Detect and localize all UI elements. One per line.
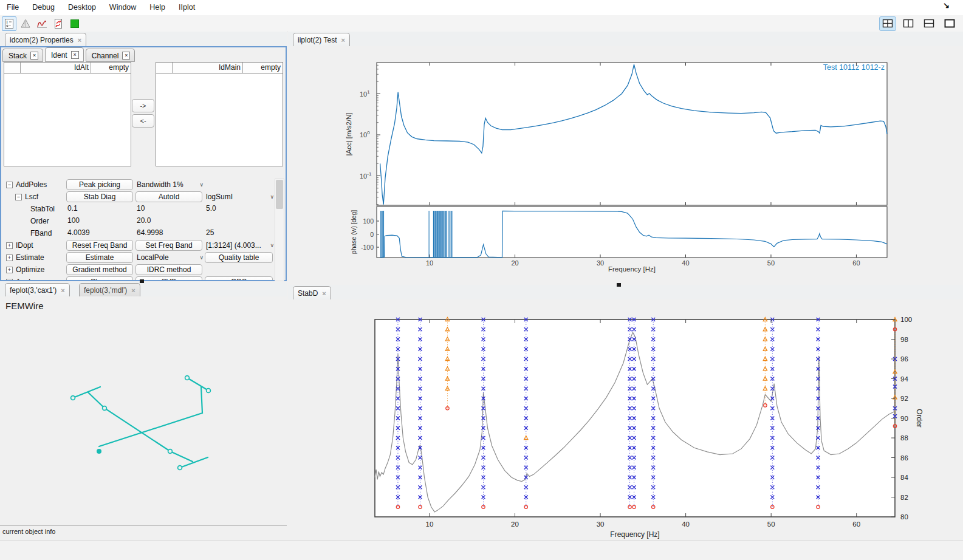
- header-blank: [4, 63, 21, 73]
- splitter-handle[interactable]: [617, 283, 621, 287]
- value-cell[interactable]: 100: [66, 216, 134, 225]
- close-icon[interactable]: ×: [78, 36, 81, 44]
- menu-file[interactable]: File: [0, 0, 26, 15]
- stab-diag-button[interactable]: Stab Diag: [66, 191, 133, 202]
- chevron-down-icon: ∨: [270, 242, 274, 248]
- close-icon[interactable]: ×: [71, 51, 79, 59]
- subtab-stack[interactable]: Stack×: [2, 49, 43, 62]
- collapse-icon[interactable]: −: [15, 194, 22, 200]
- value-cell[interactable]: 25: [205, 228, 274, 237]
- stabilization-diagram[interactable]: 10203040506080828486889092949698100Frequ…: [288, 299, 963, 541]
- idmain-table[interactable]: IdMain empty: [156, 62, 283, 166]
- tree-label: +IDopt: [2, 239, 69, 251]
- dock-arrow-icon[interactable]: ↘: [943, 1, 950, 10]
- expand-icon[interactable]: +: [6, 254, 13, 261]
- expand-icon[interactable]: +: [6, 267, 13, 273]
- subtab-ident[interactable]: Ident×: [45, 47, 84, 62]
- tab-iiplot-test[interactable]: iiplot(2) Test ×: [293, 33, 350, 46]
- autoid-button[interactable]: AutoId: [135, 191, 202, 202]
- green-square-icon[interactable]: [67, 16, 82, 31]
- tab-title: iiplot(2) Test: [298, 36, 337, 44]
- refresh-doc-icon[interactable]: [51, 16, 66, 31]
- menu-desktop[interactable]: Desktop: [61, 0, 103, 15]
- svg-text:60: 60: [852, 521, 860, 528]
- close-icon[interactable]: ×: [322, 290, 326, 297]
- svg-text:Frequency [Hz]: Frequency [Hz]: [610, 530, 659, 539]
- menu-help[interactable]: Help: [143, 0, 172, 15]
- menu-debug[interactable]: Debug: [26, 0, 61, 15]
- svg-text:84: 84: [900, 474, 908, 481]
- set-freq-band-button[interactable]: Set Freq Band: [135, 240, 202, 251]
- value-cell[interactable]: 5.0: [205, 204, 274, 213]
- close-icon[interactable]: ×: [61, 287, 64, 294]
- layout-grid-icon[interactable]: [879, 16, 896, 31]
- layout-single-icon[interactable]: [941, 16, 958, 31]
- close-icon[interactable]: ×: [341, 36, 344, 44]
- fem-wireframe[interactable]: [0, 296, 287, 541]
- tree-label-text: Lscf: [25, 193, 38, 201]
- estimate-button[interactable]: Estimate: [66, 252, 133, 263]
- header-empty: empty: [243, 63, 283, 73]
- value-cell[interactable]: 0.1: [66, 204, 134, 213]
- frf-plot[interactable]: 10203040506010110010-11000-100Frequency …: [288, 46, 963, 285]
- dropdown-value: logSumI: [206, 193, 233, 201]
- svg-text:80: 80: [900, 513, 908, 521]
- show-button[interactable]: Show: [66, 276, 133, 280]
- value-cell[interactable]: 10: [135, 204, 204, 213]
- svg-text:100: 100: [900, 316, 912, 323]
- ods-button[interactable]: ODS: [205, 276, 273, 280]
- expand-icon[interactable]: +: [6, 279, 13, 281]
- peak-picking-button[interactable]: Peak picking: [66, 179, 133, 190]
- iiplot-curve-icon[interactable]: [35, 16, 49, 31]
- menu-window[interactable]: Window: [103, 0, 143, 15]
- dropdown[interactable]: LocalPole∨: [135, 252, 205, 263]
- dropdown[interactable]: [1:3124] (4.003...∨: [205, 240, 275, 251]
- close-icon[interactable]: ×: [122, 52, 130, 60]
- idalt-table[interactable]: IdAlt empty: [4, 62, 131, 166]
- gradient-method-button[interactable]: Gradient method: [66, 264, 133, 275]
- close-icon[interactable]: ×: [131, 287, 135, 294]
- tab-stabd[interactable]: StabD ×: [293, 286, 331, 299]
- tree-row-optimize: +OptimizeGradient methodIDRC method: [2, 264, 275, 276]
- close-icon[interactable]: ×: [30, 52, 38, 60]
- tree-scrollbar[interactable]: [275, 179, 284, 281]
- splitter-handle[interactable]: [140, 279, 144, 283]
- value-cell[interactable]: 20.0: [135, 216, 204, 225]
- scrollbar-thumb[interactable]: [276, 180, 283, 209]
- svg-text:94: 94: [900, 375, 908, 383]
- collapse-icon[interactable]: −: [6, 182, 13, 188]
- idrc-method-button[interactable]: IDRC method: [135, 264, 202, 275]
- feplot-tabbar: feplot(3,'cax1')×feplot(3,'mdl')×: [0, 282, 287, 297]
- reset-freq-band-button[interactable]: Reset Freq Band: [66, 240, 133, 251]
- move-left-button[interactable]: <-: [132, 114, 154, 128]
- tab-feplot-1[interactable]: feplot(3,'mdl')×: [79, 283, 140, 296]
- value-cell[interactable]: 64.9998: [135, 228, 204, 237]
- stabd-panel: StabD × 10203040506080828486889092949698…: [288, 285, 963, 541]
- expand-icon[interactable]: +: [6, 242, 13, 249]
- svg-text:20: 20: [511, 521, 519, 528]
- subtab-channel[interactable]: Channel×: [86, 49, 135, 62]
- move-right-button[interactable]: ->: [132, 99, 154, 112]
- layout-hsplit-icon[interactable]: [920, 16, 937, 31]
- svg-text:92: 92: [900, 395, 908, 402]
- stabd-tabbar: StabD ×: [288, 285, 963, 300]
- tree-row-idopt: +IDoptReset Freq BandSet Freq Band[1:312…: [2, 239, 275, 251]
- tree-label-text: AddPoles: [16, 180, 47, 189]
- subtab-label: Stack: [9, 52, 27, 60]
- ident-doc-icon[interactable]: I: [2, 16, 16, 31]
- quality-table-button[interactable]: Quality table: [205, 252, 273, 263]
- dropdown[interactable]: logSumI∨: [205, 191, 275, 202]
- layout-vsplit-icon[interactable]: [900, 16, 917, 31]
- stabd-figure: 10203040506080828486889092949698100Frequ…: [288, 299, 963, 541]
- tree-label-text: Order: [30, 217, 49, 225]
- dropdown[interactable]: Bandwidth 1%∨: [135, 179, 205, 190]
- tab-idcom-properties[interactable]: idcom(2) Properties ×: [5, 33, 86, 46]
- svg-text:40: 40: [682, 521, 690, 528]
- value-cell[interactable]: 4.0039: [66, 228, 134, 237]
- menu-iiplot[interactable]: IIplot: [172, 0, 202, 15]
- svd-button[interactable]: SVD: [135, 276, 202, 280]
- tab-feplot-0[interactable]: feplot(3,'cax1')×: [5, 283, 70, 296]
- layout-icons: [879, 16, 958, 31]
- feplot-cone-icon[interactable]: [18, 16, 33, 31]
- tree-row-stabtol: StabTol0.1105.0: [2, 203, 275, 215]
